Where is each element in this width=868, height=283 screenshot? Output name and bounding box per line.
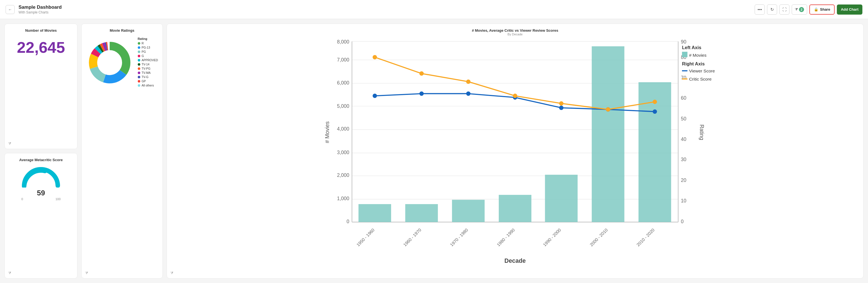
metacritic-card: Average Metacritic Score 59 0 100 (4, 153, 78, 279)
movies-count-value: 22,645 (9, 35, 73, 60)
svg-point-53 (373, 55, 377, 59)
header-left: ← Sample Dashboard With Sample Charts (6, 4, 62, 14)
legend-item-g: G (138, 54, 158, 58)
svg-text:10: 10 (681, 198, 686, 203)
svg-text:4,000: 4,000 (337, 126, 349, 132)
legend-viewer-label: Viewer Score (689, 68, 715, 73)
legend-dot-tvpg (138, 67, 140, 70)
bar-1960 (405, 204, 438, 222)
back-button[interactable]: ← (6, 5, 14, 14)
legend-item-approved: APPROVED (138, 58, 158, 62)
svg-text:2010 - 2020: 2010 - 2020 (636, 227, 656, 247)
legend-dot-r (138, 42, 140, 45)
y-right-title: Rating (699, 124, 705, 140)
svg-point-11 (97, 50, 122, 75)
movies-filter-icon[interactable]: ⧩ (8, 142, 11, 146)
svg-text:20: 20 (681, 177, 686, 183)
ratings-filter-icon[interactable]: ⧩ (85, 271, 88, 276)
more-button[interactable]: ••• (755, 4, 765, 15)
legend-dot-pg (138, 51, 140, 53)
y-left-title: # Movies (324, 121, 330, 143)
svg-point-57 (559, 101, 564, 106)
svg-text:1,000: 1,000 (337, 196, 349, 201)
header-right: ••• ↻ ⛶ ⧩ 2 🔒 Share Add Chart (755, 4, 862, 15)
dashboard-subtitle: With Sample Charts (19, 10, 62, 14)
metacritic-filter-icon[interactable]: ⧩ (8, 271, 11, 276)
svg-point-46 (373, 94, 377, 98)
svg-text:1970 - 1980: 1970 - 1980 (449, 227, 469, 247)
svg-point-59 (653, 100, 657, 104)
svg-text:1950 - 1960: 1950 - 1960 (356, 227, 376, 247)
svg-text:0: 0 (681, 219, 684, 224)
lock-icon: 🔒 (814, 7, 818, 11)
svg-text:60: 60 (681, 95, 686, 101)
legend-critic-label: Critic Score (689, 77, 711, 81)
x-axis-title: Decade (504, 257, 526, 264)
combo-chart-subtitle: By Decade (172, 33, 859, 36)
legend-movies-label: # Movies (689, 53, 706, 58)
svg-text:1980 - 1990: 1980 - 1990 (496, 227, 516, 247)
legend-item-tvg: TV-G (138, 75, 158, 79)
y-left-labels: 0 1,000 2,000 3,000 4,000 5,000 6,000 7,… (337, 39, 349, 224)
legend-right-title: Right Axis (682, 61, 705, 66)
gauge-container: 59 0 100 (9, 164, 73, 203)
svg-point-48 (466, 91, 471, 96)
x-axis-labels: 1950 - 1960 1960 - 1970 1970 - 1980 1980… (356, 227, 656, 247)
svg-point-50 (559, 106, 564, 110)
gauge-min: 0 (21, 197, 23, 201)
mid-column: Movie Ratings (81, 24, 163, 279)
legend-dot-tvma (138, 72, 140, 74)
dashboard-info: Sample Dashboard With Sample Charts (19, 4, 62, 14)
legend-dot-g (138, 55, 140, 57)
ratings-card: Movie Ratings (81, 24, 163, 279)
donut-svg (86, 39, 133, 86)
filter-icon: ⧩ (795, 7, 798, 12)
legend-item-others: All others (138, 84, 158, 87)
share-label: Share (820, 7, 830, 11)
movies-count-card: Number of Movies 22,645 ⧩ (4, 24, 78, 149)
legend-left-title: Left Axis (682, 45, 701, 50)
grid-lines (352, 41, 678, 199)
svg-point-58 (606, 107, 611, 112)
legend-item-tvma: TV-MA (138, 71, 158, 75)
gauge-labels: 0 100 (21, 197, 61, 201)
refresh-button[interactable]: ↻ (767, 4, 777, 15)
combo-filter-icon[interactable]: ⧩ (170, 271, 174, 276)
movies-count-title: Number of Movies (9, 28, 73, 33)
legend-item-gp: GP (138, 80, 158, 83)
combo-chart-area: 0 1,000 2,000 3,000 4,000 5,000 6,000 7,… (172, 37, 859, 265)
ratings-title: Movie Ratings (86, 28, 158, 33)
svg-text:2000 - 2010: 2000 - 2010 (589, 227, 609, 247)
metacritic-value: 59 (37, 189, 45, 197)
donut-legend: Rating R PG-13 PG G (138, 37, 158, 88)
combo-chart-title: # Movies, Average Critic vs Viewer Revie… (172, 28, 859, 33)
svg-text:7,000: 7,000 (337, 57, 349, 63)
legend-dot-pg13 (138, 46, 140, 49)
combo-chart-card: # Movies, Average Critic vs Viewer Revie… (167, 24, 864, 279)
legend-dot-approved (138, 59, 140, 61)
add-chart-button[interactable]: Add Chart (837, 4, 862, 15)
top-bar: ← Sample Dashboard With Sample Charts ••… (0, 0, 868, 19)
svg-point-54 (420, 71, 424, 76)
legend-item-tvpg: TV-PG (138, 67, 158, 70)
metacritic-title: Average Metacritic Score (9, 158, 73, 162)
svg-point-47 (420, 91, 424, 96)
legend-dot-tvg (138, 76, 140, 78)
filter-button[interactable]: ⧩ 2 (792, 4, 807, 15)
svg-text:2,000: 2,000 (337, 172, 349, 178)
filter-count-badge: 2 (799, 7, 804, 12)
bar-1970 (452, 200, 485, 222)
svg-text:5,000: 5,000 (337, 103, 349, 109)
bar-1990 (545, 175, 578, 222)
dashboard-body: Number of Movies 22,645 ⧩ Average Metacr… (0, 19, 868, 283)
share-button[interactable]: 🔒 Share (809, 4, 835, 15)
svg-text:3,000: 3,000 (337, 150, 349, 155)
legend-dot-others (138, 84, 140, 87)
legend-item-r: R (138, 41, 158, 45)
bar-group (359, 46, 671, 222)
legend-dot-tv14 (138, 63, 140, 66)
legend-title: Rating (138, 37, 158, 40)
legend-movies-swatch (682, 52, 687, 57)
fullscreen-button[interactable]: ⛶ (779, 4, 789, 15)
legend-item-pg: PG (138, 50, 158, 53)
